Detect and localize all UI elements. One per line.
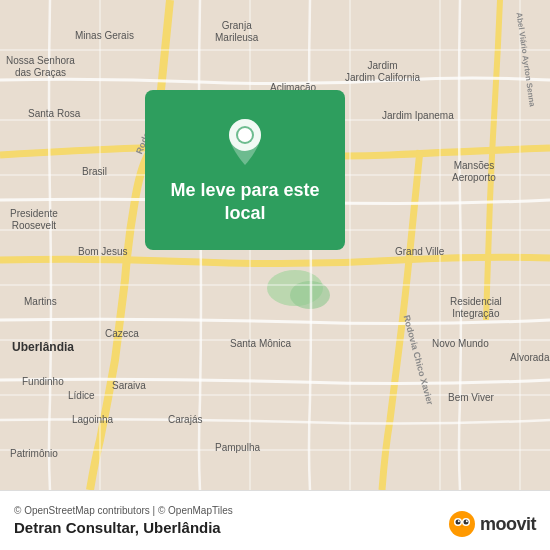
svg-point-18 [238, 128, 252, 142]
moovit-text: moovit [480, 514, 536, 535]
bottom-bar: © OpenStreetMap contributors | © OpenMap… [0, 490, 550, 550]
svg-point-23 [455, 520, 460, 525]
location-card[interactable]: Me leve para este local [145, 90, 345, 250]
moovit-icon [448, 510, 476, 538]
pin-icon [223, 115, 267, 169]
svg-point-25 [458, 520, 460, 522]
map: Minas Gerais Nossa Senhoradas Graças Gra… [0, 0, 550, 490]
svg-point-24 [463, 520, 468, 525]
moovit-logo: moovit [448, 510, 536, 538]
svg-point-26 [466, 520, 468, 522]
location-label: Me leve para este local [145, 179, 345, 226]
svg-point-19 [449, 511, 475, 537]
